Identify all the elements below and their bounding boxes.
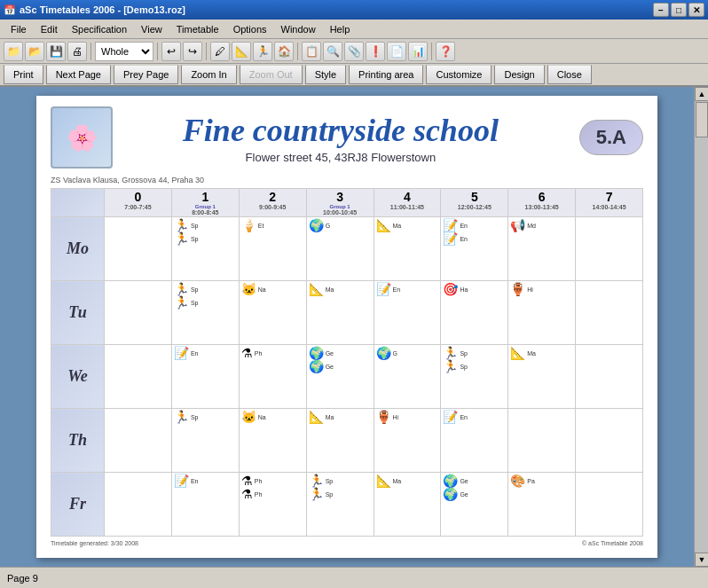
tool4-button[interactable]: 🏠 <box>274 42 294 61</box>
tool8-button[interactable]: ❗ <box>366 42 385 61</box>
menu-options[interactable]: Options <box>226 22 274 36</box>
lesson-text: Hi <box>393 414 399 420</box>
tool9-button[interactable]: 📄 <box>387 42 406 61</box>
lesson-icon: 📐 <box>309 411 324 423</box>
next-page-button[interactable]: Next Page <box>46 65 111 84</box>
corner-header <box>51 189 105 217</box>
tool10-button[interactable]: 📊 <box>408 42 428 61</box>
lesson-entry: ⚗Ph <box>241 347 304 359</box>
lesson-text: Sp <box>460 350 468 357</box>
menu-bar: File Edit Specification View Timetable O… <box>0 20 708 39</box>
close-window-button[interactable]: ✕ <box>688 3 704 17</box>
tool6-button[interactable]: 🔍 <box>323 42 342 61</box>
lesson-cell: 📝En <box>171 473 239 537</box>
lesson-cell: 🌍Ge🌍Ge <box>306 345 374 409</box>
lesson-text: En <box>460 414 468 420</box>
close-button[interactable]: Close <box>547 65 592 84</box>
separator-2 <box>157 43 158 60</box>
lesson-icon: 🏃 <box>309 474 324 487</box>
lesson-cell <box>105 409 172 473</box>
table-row: Tu🏃Sp🏃Sp🐱Na📐Ma📝En🎯Ha🏺Hi <box>51 281 643 345</box>
new-button[interactable]: 📁 <box>4 42 23 61</box>
menu-edit[interactable]: Edit <box>34 22 65 36</box>
scroll-up-button[interactable]: ▲ <box>695 87 708 101</box>
customize-button[interactable]: Customize <box>426 65 492 84</box>
lesson-cell: 🏃Sp <box>171 409 239 473</box>
save-button[interactable]: 💾 <box>46 42 66 61</box>
lesson-text: Ma <box>326 286 334 293</box>
zoom-in-button[interactable]: Zoom In <box>181 65 236 84</box>
lesson-icon: 📝 <box>174 347 189 359</box>
lesson-cell: 🐱Na <box>239 281 306 345</box>
lesson-entry: 📝En <box>443 232 506 245</box>
lesson-entry: 🌍Ge <box>309 360 372 372</box>
tool5-button[interactable]: 📋 <box>302 42 321 61</box>
printing-area-button[interactable]: Printing area <box>349 65 423 84</box>
prev-page-button[interactable]: Prey Page <box>114 65 178 84</box>
lesson-text: Ge <box>326 364 334 370</box>
lesson-entry: 🏃Sp <box>174 283 237 295</box>
school-info-line: ZS Vaclava Klausa, Grossova 44, Praha 30 <box>51 176 643 184</box>
maximize-button[interactable]: □ <box>671 3 687 17</box>
separator-1 <box>90 43 91 60</box>
lesson-entry: ⚗Ph <box>241 474 304 487</box>
style-button[interactable]: Style <box>305 65 346 84</box>
lesson-cell: 📢Md <box>508 217 576 281</box>
col-header-2: 2 9:00-9:45 <box>239 189 306 217</box>
menu-timetable[interactable]: Timetable <box>169 22 226 36</box>
tool7-button[interactable]: 📎 <box>344 42 364 61</box>
lesson-text: Sp <box>191 236 199 242</box>
lesson-entry: 🏃Sp <box>174 232 237 245</box>
tool2-button[interactable]: 📐 <box>232 42 251 61</box>
menu-specification[interactable]: Specification <box>65 22 134 36</box>
print-button[interactable]: Print <box>4 65 43 84</box>
menu-view[interactable]: View <box>134 22 169 36</box>
button-bar: Print Next Page Prey Page Zoom In Zoom O… <box>0 64 708 87</box>
school-name: Fine countryside school <box>113 112 569 149</box>
lesson-icon: 📐 <box>309 283 324 295</box>
undo-button[interactable]: ↩ <box>161 42 181 61</box>
lesson-icon: 📐 <box>376 219 391 231</box>
school-address: Flower street 45, 43RJ8 Flowerstown <box>113 151 569 164</box>
lesson-entry: 📝En <box>174 474 237 487</box>
lesson-icon: 🌍 <box>443 488 458 500</box>
lesson-cell: 📐Ma <box>508 345 576 409</box>
design-button[interactable]: Design <box>494 65 544 84</box>
lesson-icon: 🏃 <box>174 411 189 423</box>
lesson-entry: 🏃Sp <box>309 474 372 487</box>
lesson-entry: 📝En <box>443 219 506 231</box>
redo-button[interactable]: ↪ <box>183 42 202 61</box>
tool3-button[interactable]: 🏃 <box>253 42 272 61</box>
lesson-text: Ge <box>460 491 468 498</box>
lesson-text: En <box>191 350 199 357</box>
lesson-cell: 🐱Na <box>239 409 306 473</box>
minimize-button[interactable]: − <box>653 3 669 17</box>
print-toolbar-button[interactable]: 🖨 <box>67 42 87 61</box>
lesson-cell <box>576 345 643 409</box>
lesson-text: Ma <box>326 414 334 420</box>
menu-file[interactable]: File <box>4 22 34 36</box>
lesson-text: Sp <box>191 300 199 306</box>
menu-help[interactable]: Help <box>323 22 358 36</box>
scroll-thumb[interactable] <box>696 102 708 137</box>
menu-window[interactable]: Window <box>274 22 323 36</box>
lesson-entry: 🌍Ge <box>443 488 506 500</box>
lesson-icon: 🏃 <box>443 360 458 372</box>
lesson-text: Et <box>258 223 264 229</box>
tool1-button[interactable]: 🖊 <box>210 42 230 61</box>
status-text: Page 9 <box>7 573 38 584</box>
scroll-down-button[interactable]: ▼ <box>695 553 708 567</box>
open-button[interactable]: 📂 <box>25 42 44 61</box>
lesson-cell: 🏺Hi <box>508 281 576 345</box>
lesson-icon: 🐱 <box>241 411 256 423</box>
lesson-text: Sp <box>326 491 334 498</box>
help-toolbar-button[interactable]: ❓ <box>436 42 455 61</box>
lesson-icon: 📝 <box>443 219 458 231</box>
view-dropdown[interactable]: Whole Class Teacher Room <box>95 42 153 61</box>
lesson-cell: 📐Ma <box>374 473 441 537</box>
lesson-entry: 🐱Na <box>241 283 304 295</box>
zoom-out-button[interactable]: Zoom Out <box>240 65 303 84</box>
col-header-3: 3 Group 1 10:00-10:45 <box>306 189 374 217</box>
scroll-track <box>695 101 708 553</box>
lesson-cell: 📐Ma <box>306 409 374 473</box>
